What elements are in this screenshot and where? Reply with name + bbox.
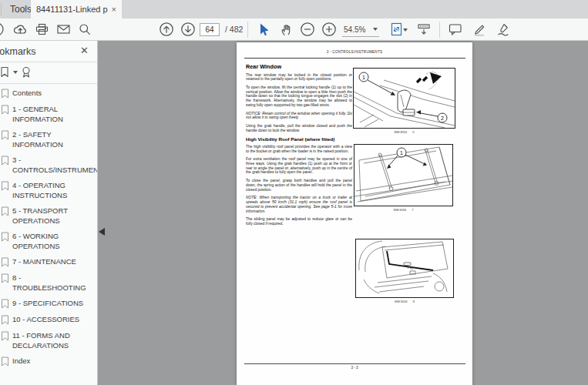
page-number-footer: 3 - 3 [237, 366, 472, 370]
paragraph: The high visibility roof panel provides … [246, 145, 352, 154]
close-tab-icon[interactable]: × [112, 5, 116, 14]
clipped-tool-icon[interactable] [0, 20, 6, 38]
bookmark-item-transport-operations[interactable]: 5 - TRANSPORT OPERATIONS [1, 206, 98, 226]
toolbar-separator [247, 22, 248, 38]
bookmark-item-troubleshooting[interactable]: 8 - TROUBLESHOOTING [1, 273, 98, 293]
figure-caption: 86E30348 [355, 300, 454, 303]
bookmark-item-index[interactable]: Index [1, 356, 98, 367]
page-text-column: Rear Window The rear window may be locke… [246, 63, 352, 229]
callout-1: 1 [400, 150, 403, 156]
close-panel-icon[interactable]: ✕ [80, 45, 89, 56]
bookmarks-panel: Bookmarks ✕ Contents 1 - GENERAL INFORMA… [0, 41, 98, 385]
hand-tool-icon[interactable] [277, 20, 295, 38]
document-canvas: 3 - CONTROLS/INSTRUMENTS Rear Window The… [98, 41, 588, 385]
footer-rule [244, 363, 465, 364]
bookmark-item-general-information[interactable]: 1 - GENERAL INFORMATION [1, 104, 98, 124]
bookmark-item-forms-and-declarations[interactable]: 11 - FORMS AND DECLARATIONS [1, 330, 98, 350]
page-scrolling-icon[interactable] [415, 20, 433, 38]
next-page-icon[interactable] [179, 20, 197, 38]
search-icon[interactable] [76, 20, 94, 38]
panel-divider [0, 62, 98, 62]
bookmarks-list: Contents 1 - GENERAL INFORMATION 2 - SAF… [1, 88, 98, 372]
section-heading-roof-panel: High Visibility Roof Panel (where fitted… [246, 136, 352, 142]
email-icon[interactable] [54, 20, 72, 38]
comment-icon[interactable] [446, 20, 465, 38]
previous-page-icon[interactable] [157, 20, 176, 38]
bookmarks-panel-title: Bookmarks [0, 46, 36, 57]
figure-rear-window-handle: 1 2 [353, 68, 455, 129]
paragraph: For extra ventilation the roof panel may… [246, 157, 352, 175]
bookmark-item-contents[interactable]: Contents [1, 88, 98, 99]
share-cloud-icon[interactable] [11, 20, 29, 38]
fill-sign-pen-icon[interactable] [494, 20, 512, 38]
paragraph: The sliding panel may be adjusted to red… [246, 217, 352, 226]
notice-paragraph: NOTICE: Retain control of the window whe… [246, 112, 352, 121]
panel-divider [0, 83, 98, 84]
page-chapter-header: 3 - CONTROLS/INSTRUMENTS [237, 50, 472, 54]
figure-caption: 86E30947 [354, 208, 453, 212]
zoom-out-icon[interactable] [298, 20, 317, 38]
page-total-label: / 482 [225, 25, 243, 34]
zoom-level-control[interactable]: 54.5% [342, 22, 379, 37]
toolbar-separator [439, 22, 440, 38]
bookmark-item-working-operations[interactable]: 6 - WORKING OPERATIONS [1, 231, 98, 251]
chevron-down-icon [13, 71, 18, 74]
bookmark-item-specifications[interactable]: 9 - SPECIFICATIONS [1, 298, 98, 309]
bookmark-item-controls-instruments[interactable]: 3 - CONTROLS/INSTRUMENTS [1, 155, 98, 175]
chevron-down-icon [373, 28, 378, 31]
note-paragraph: NOTE: When transporting the tractor on a… [246, 196, 352, 213]
callout-1: 1 [362, 75, 365, 80]
bookmark-item-accessories[interactable]: 10 - ACCESSORIES [1, 314, 98, 325]
bookmark-item-maintenance[interactable]: 7 - MAINTENANCE [1, 256, 98, 267]
figure-caption: 86E39345 [353, 130, 455, 134]
bookmark-options-button[interactable] [0, 65, 18, 79]
callout-2: 2 [441, 116, 444, 121]
pencil-draw-icon[interactable] [470, 20, 489, 38]
figure-roof-panel-struts: 1 [354, 144, 453, 206]
toolbar: / 482 54.5% [0, 18, 588, 41]
paragraph: To close the panel, grasp both handles a… [246, 179, 352, 192]
zoom-in-icon[interactable] [320, 20, 338, 38]
paragraph: The rear window may be locked in the clo… [246, 73, 352, 82]
document-tab-title: 84411131-Linked p... [36, 5, 108, 14]
header-rule [244, 58, 465, 59]
figure-sliding-panel [355, 239, 454, 298]
expand-bookmark-icon[interactable] [20, 65, 32, 79]
chevron-down-icon[interactable] [403, 28, 408, 32]
collapse-panel-arrow-icon[interactable] [99, 228, 105, 236]
bookmark-item-safety-information[interactable]: 2 - SAFETY INFORMATION [1, 129, 98, 149]
pdf-page: 3 - CONTROLS/INSTRUMENTS Rear Window The… [237, 42, 472, 385]
paragraph: To open the window, lift the central loc… [246, 85, 352, 108]
tab-bar: Tools 84411131-Linked p... × [0, 0, 588, 18]
section-heading-rear-window: Rear Window [246, 63, 352, 70]
page-number-input[interactable] [200, 23, 220, 36]
tab-document[interactable]: 84411131-Linked p... × [31, 0, 122, 18]
bookmark-item-operating-instructions[interactable]: 4 - OPERATING INSTRUCTIONS [1, 180, 98, 200]
print-icon[interactable] [32, 20, 51, 38]
paragraph: Using the grab handle, pull the window c… [246, 124, 352, 133]
zoom-level-value: 54.5% [344, 25, 365, 34]
select-tool-icon[interactable] [254, 20, 273, 38]
